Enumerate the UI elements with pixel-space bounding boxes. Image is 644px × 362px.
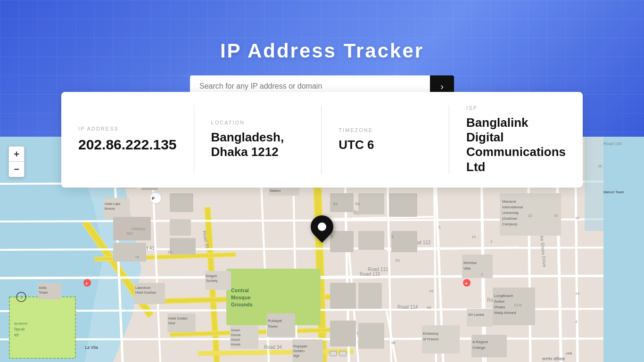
timezone-section: TIMEZONE UTC 6 — [321, 105, 449, 174]
svg-rect-111 — [467, 309, 493, 327]
svg-text:Hotel Golden: Hotel Golden — [168, 317, 188, 320]
svg-text:University: University — [502, 211, 519, 215]
svg-text:CWN(A): CWN(A) — [131, 227, 145, 231]
svg-text:Rubayat: Rubayat — [268, 319, 282, 323]
svg-text:9B: 9B — [427, 305, 431, 310]
svg-text:Hotel Lake: Hotel Lake — [105, 202, 121, 206]
svg-text:Suites: Suites — [494, 299, 504, 304]
svg-text:+: + — [465, 281, 468, 286]
svg-text:2: 2 — [481, 272, 483, 277]
svg-text:23 B: 23 B — [514, 303, 521, 307]
svg-text:Sri Lanka: Sri Lanka — [468, 313, 484, 317]
svg-text:7A: 7A — [167, 250, 173, 255]
svg-text:3G: 3G — [395, 258, 400, 263]
svg-rect-42 — [585, 137, 608, 231]
svg-rect-124 — [389, 193, 417, 217]
svg-text:P: P — [152, 196, 155, 201]
location-label: LOCATION — [211, 120, 305, 125]
isp-value: Banglalink Digital Communications Ltd — [466, 115, 566, 174]
svg-text:16: 16 — [471, 235, 476, 239]
timezone-label: TIMEZONE — [339, 127, 432, 133]
svg-text:2: 2 — [490, 239, 493, 244]
svg-rect-66 — [113, 243, 146, 262]
isp-section: ISP Banglalink Digital Communications Lt… — [449, 105, 566, 174]
svg-text:Embassy: Embassy — [423, 331, 438, 336]
svg-text:LongBeach: LongBeach — [494, 294, 513, 298]
svg-rect-131 — [358, 323, 384, 349]
svg-text:+: + — [85, 281, 88, 286]
app-title: IP Address Tracker — [220, 40, 424, 62]
svg-rect-41 — [603, 137, 644, 362]
svg-text:Central: Central — [231, 288, 249, 293]
svg-text:4a: 4a — [333, 201, 338, 206]
svg-text:4a: 4a — [355, 201, 360, 206]
svg-text:☽: ☽ — [19, 295, 23, 300]
svg-text:Guest: Guest — [231, 338, 240, 341]
svg-text:14: 14 — [575, 291, 579, 296]
svg-text:লেক: লেক — [566, 351, 572, 356]
svg-text:Manarat: Manarat — [502, 199, 516, 204]
svg-rect-63 — [170, 219, 191, 236]
svg-text:La Vita: La Vita — [85, 345, 98, 350]
svg-text:Eidgah: Eidgah — [206, 274, 217, 278]
svg-text:2: 2 — [391, 234, 394, 239]
svg-text:গুলশান বারিধারা: গুলশান বারিধারা — [542, 356, 565, 362]
svg-text:Asfia: Asfia — [39, 286, 47, 290]
svg-text:Rupayan: Rupayan — [293, 344, 307, 348]
svg-text:Green: Green — [231, 329, 240, 332]
svg-text:78: 78 — [135, 255, 139, 259]
svg-text:of France: of France — [423, 337, 439, 341]
svg-text:39/2: 39/2 — [126, 232, 133, 235]
svg-text:Road 100: Road 100 — [603, 141, 622, 146]
svg-text:বাংলাদেশ: বাংলাদেশ — [14, 321, 27, 326]
svg-text:Wally Ahmed: Wally Ahmed — [494, 311, 516, 315]
svg-text:Deer: Deer — [168, 321, 176, 325]
svg-text:Tower: Tower — [268, 324, 278, 329]
svg-text:Road 114: Road 114 — [397, 304, 418, 310]
svg-text:Goose: Goose — [231, 333, 241, 337]
svg-rect-147 — [330, 351, 337, 356]
svg-text:ক্রিকেট: ক্রিকেট — [14, 327, 25, 332]
location-value: Bangladesh, Dhaka 1212 — [211, 130, 305, 159]
zoom-out-button[interactable]: − — [9, 162, 24, 177]
svg-rect-127 — [391, 231, 417, 252]
svg-text:29: 29 — [554, 214, 558, 217]
svg-text:House: House — [231, 343, 240, 346]
ip-address-section: IP ADDRESS 202.86.222.135 — [78, 105, 194, 174]
svg-text:22: 22 — [528, 214, 532, 218]
svg-rect-125 — [330, 231, 354, 252]
svg-text:A Regent: A Regent — [472, 340, 488, 344]
svg-rect-128 — [330, 283, 356, 309]
svg-text:Grounds: Grounds — [231, 302, 253, 307]
svg-text:College: College — [472, 346, 486, 350]
svg-rect-129 — [358, 283, 382, 309]
timezone-value: UTC 6 — [339, 138, 432, 152]
svg-text:4: 4 — [575, 320, 578, 324]
svg-rect-64 — [170, 238, 196, 255]
svg-rect-126 — [358, 231, 384, 250]
svg-text:43: 43 — [429, 289, 433, 293]
zoom-in-button[interactable]: + — [9, 147, 24, 162]
svg-text:Villa: Villa — [463, 266, 471, 271]
svg-rect-62 — [170, 193, 193, 212]
zoom-controls: + − — [8, 146, 25, 177]
ip-address-value: 202.86.222.135 — [78, 136, 177, 153]
svg-rect-130 — [330, 321, 356, 346]
location-section: LOCATION Bangladesh, Dhaka 1212 — [194, 105, 322, 174]
svg-text:(Gulshan: (Gulshan — [502, 216, 517, 221]
svg-text:5: 5 — [438, 225, 441, 230]
svg-text:9B: 9B — [391, 341, 396, 345]
svg-text:26: 26 — [598, 164, 602, 168]
svg-text:Hotel Gulshan: Hotel Gulshan — [135, 291, 156, 294]
svg-text:Golden: Golden — [293, 349, 305, 353]
svg-text:Society: Society — [206, 279, 218, 283]
svg-text:International: International — [502, 205, 523, 209]
svg-text:Tower: Tower — [39, 290, 49, 295]
svg-text:Marium Tower: Marium Tower — [603, 190, 624, 194]
svg-text:Road 115: Road 115 — [360, 272, 380, 277]
isp-label: ISP — [466, 105, 566, 111]
svg-rect-148 — [339, 351, 346, 356]
svg-text:Road 34: Road 34 — [264, 345, 282, 350]
svg-text:Lakeshore: Lakeshore — [135, 286, 151, 289]
location-pin — [311, 215, 333, 238]
